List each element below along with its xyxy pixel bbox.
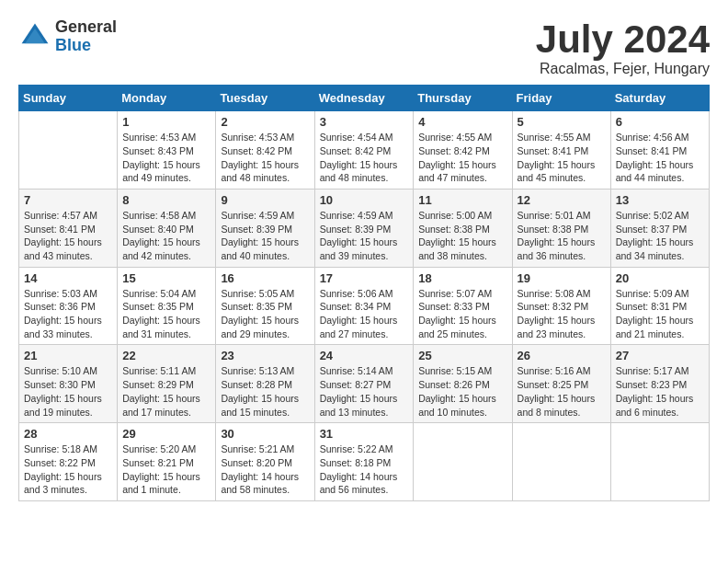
logo: General Blue bbox=[18, 18, 117, 55]
day-number: 31 bbox=[320, 427, 409, 441]
header-day-monday: Monday bbox=[118, 86, 216, 111]
day-info: Sunrise: 5:02 AMSunset: 8:37 PMDaylight:… bbox=[616, 209, 704, 263]
header-day-thursday: Thursday bbox=[414, 86, 512, 111]
logo-icon bbox=[18, 20, 51, 53]
day-info: Sunrise: 5:11 AMSunset: 8:29 PMDaylight:… bbox=[122, 364, 210, 419]
calendar-cell: 24Sunrise: 5:14 AMSunset: 8:27 PMDayligh… bbox=[314, 345, 414, 423]
day-info: Sunrise: 5:16 AMSunset: 8:25 PMDaylight:… bbox=[518, 364, 606, 419]
day-number: 14 bbox=[24, 271, 112, 285]
day-number: 7 bbox=[24, 193, 112, 207]
day-info: Sunrise: 4:57 AMSunset: 8:41 PMDaylight:… bbox=[24, 209, 112, 263]
calendar-cell: 30Sunrise: 5:21 AMSunset: 8:20 PMDayligh… bbox=[216, 423, 314, 501]
day-info: Sunrise: 4:55 AMSunset: 8:42 PMDaylight:… bbox=[418, 131, 506, 185]
day-info: Sunrise: 4:53 AMSunset: 8:42 PMDaylight:… bbox=[221, 131, 309, 185]
calendar-week-3: 14Sunrise: 5:03 AMSunset: 8:36 PMDayligh… bbox=[19, 267, 710, 345]
calendar-cell: 14Sunrise: 5:03 AMSunset: 8:36 PMDayligh… bbox=[19, 267, 118, 345]
day-number: 30 bbox=[221, 427, 309, 441]
day-info: Sunrise: 5:08 AMSunset: 8:32 PMDaylight:… bbox=[518, 287, 606, 341]
calendar-cell: 3Sunrise: 4:54 AMSunset: 8:42 PMDaylight… bbox=[314, 111, 414, 190]
calendar-cell bbox=[19, 111, 118, 190]
calendar-cell: 5Sunrise: 4:55 AMSunset: 8:41 PMDaylight… bbox=[512, 111, 610, 190]
day-number: 11 bbox=[418, 193, 506, 207]
calendar-cell: 4Sunrise: 4:55 AMSunset: 8:42 PMDaylight… bbox=[414, 111, 512, 190]
day-info: Sunrise: 4:56 AMSunset: 8:41 PMDaylight:… bbox=[616, 131, 704, 185]
header-day-friday: Friday bbox=[512, 86, 610, 111]
day-info: Sunrise: 5:15 AMSunset: 8:26 PMDaylight:… bbox=[418, 364, 506, 419]
calendar-cell: 21Sunrise: 5:10 AMSunset: 8:30 PMDayligh… bbox=[19, 345, 118, 423]
calendar-cell: 13Sunrise: 5:02 AMSunset: 8:37 PMDayligh… bbox=[610, 189, 709, 267]
day-number: 27 bbox=[616, 349, 704, 362]
day-number: 19 bbox=[518, 271, 606, 285]
day-info: Sunrise: 4:58 AMSunset: 8:40 PMDaylight:… bbox=[122, 209, 210, 263]
month-title: July 2024 bbox=[536, 18, 710, 61]
day-number: 5 bbox=[518, 115, 606, 129]
day-info: Sunrise: 4:59 AMSunset: 8:39 PMDaylight:… bbox=[221, 209, 309, 263]
location-title: Racalmas, Fejer, Hungary bbox=[536, 61, 710, 77]
logo-general-text: General bbox=[55, 18, 117, 37]
day-number: 4 bbox=[418, 115, 506, 129]
day-number: 16 bbox=[221, 271, 309, 285]
calendar-week-2: 7Sunrise: 4:57 AMSunset: 8:41 PMDaylight… bbox=[19, 189, 710, 267]
day-number: 22 bbox=[122, 349, 210, 362]
day-info: Sunrise: 5:21 AMSunset: 8:20 PMDaylight:… bbox=[221, 442, 309, 497]
day-info: Sunrise: 5:17 AMSunset: 8:23 PMDaylight:… bbox=[616, 364, 704, 419]
calendar-cell bbox=[512, 423, 610, 501]
calendar-cell bbox=[610, 423, 709, 501]
day-number: 15 bbox=[122, 271, 210, 285]
day-info: Sunrise: 5:07 AMSunset: 8:33 PMDaylight:… bbox=[418, 287, 506, 341]
calendar-cell: 15Sunrise: 5:04 AMSunset: 8:35 PMDayligh… bbox=[118, 267, 216, 345]
header: General Blue July 2024 Racalmas, Fejer, … bbox=[18, 18, 710, 77]
day-number: 8 bbox=[122, 193, 210, 207]
calendar-cell: 9Sunrise: 4:59 AMSunset: 8:39 PMDaylight… bbox=[216, 189, 314, 267]
calendar-header-row: SundayMondayTuesdayWednesdayThursdayFrid… bbox=[19, 86, 710, 111]
title-area: July 2024 Racalmas, Fejer, Hungary bbox=[536, 18, 710, 77]
day-info: Sunrise: 5:22 AMSunset: 8:18 PMDaylight:… bbox=[320, 442, 409, 497]
day-info: Sunrise: 5:01 AMSunset: 8:38 PMDaylight:… bbox=[518, 209, 606, 263]
day-info: Sunrise: 4:59 AMSunset: 8:39 PMDaylight:… bbox=[320, 209, 409, 263]
day-number: 12 bbox=[518, 193, 606, 207]
day-number: 20 bbox=[616, 271, 704, 285]
calendar-cell: 10Sunrise: 4:59 AMSunset: 8:39 PMDayligh… bbox=[314, 189, 414, 267]
day-info: Sunrise: 5:20 AMSunset: 8:21 PMDaylight:… bbox=[122, 442, 210, 497]
calendar-cell: 8Sunrise: 4:58 AMSunset: 8:40 PMDaylight… bbox=[118, 189, 216, 267]
day-info: Sunrise: 5:05 AMSunset: 8:35 PMDaylight:… bbox=[221, 287, 309, 341]
day-info: Sunrise: 4:54 AMSunset: 8:42 PMDaylight:… bbox=[320, 131, 409, 185]
header-day-saturday: Saturday bbox=[610, 86, 709, 111]
day-info: Sunrise: 5:14 AMSunset: 8:27 PMDaylight:… bbox=[320, 364, 409, 419]
calendar-cell: 1Sunrise: 4:53 AMSunset: 8:43 PMDaylight… bbox=[118, 111, 216, 190]
day-number: 9 bbox=[221, 193, 309, 207]
calendar-week-1: 1Sunrise: 4:53 AMSunset: 8:43 PMDaylight… bbox=[19, 111, 710, 190]
day-info: Sunrise: 5:04 AMSunset: 8:35 PMDaylight:… bbox=[122, 287, 210, 341]
calendar-cell: 27Sunrise: 5:17 AMSunset: 8:23 PMDayligh… bbox=[610, 345, 709, 423]
calendar-cell: 16Sunrise: 5:05 AMSunset: 8:35 PMDayligh… bbox=[216, 267, 314, 345]
header-day-sunday: Sunday bbox=[19, 86, 118, 111]
calendar: SundayMondayTuesdayWednesdayThursdayFrid… bbox=[18, 85, 710, 501]
day-number: 10 bbox=[320, 193, 409, 207]
calendar-cell bbox=[414, 423, 512, 501]
calendar-cell: 2Sunrise: 4:53 AMSunset: 8:42 PMDaylight… bbox=[216, 111, 314, 190]
calendar-week-4: 21Sunrise: 5:10 AMSunset: 8:30 PMDayligh… bbox=[19, 345, 710, 423]
day-info: Sunrise: 5:00 AMSunset: 8:38 PMDaylight:… bbox=[418, 209, 506, 263]
day-number: 26 bbox=[518, 349, 606, 362]
calendar-cell: 22Sunrise: 5:11 AMSunset: 8:29 PMDayligh… bbox=[118, 345, 216, 423]
logo-blue-text: Blue bbox=[55, 37, 117, 55]
calendar-cell: 23Sunrise: 5:13 AMSunset: 8:28 PMDayligh… bbox=[216, 345, 314, 423]
day-number: 3 bbox=[320, 115, 409, 129]
header-day-wednesday: Wednesday bbox=[314, 86, 414, 111]
calendar-cell: 6Sunrise: 4:56 AMSunset: 8:41 PMDaylight… bbox=[610, 111, 709, 190]
day-number: 6 bbox=[616, 115, 704, 129]
calendar-cell: 17Sunrise: 5:06 AMSunset: 8:34 PMDayligh… bbox=[314, 267, 414, 345]
calendar-cell: 12Sunrise: 5:01 AMSunset: 8:38 PMDayligh… bbox=[512, 189, 610, 267]
day-number: 18 bbox=[418, 271, 506, 285]
day-number: 2 bbox=[221, 115, 309, 129]
calendar-cell: 20Sunrise: 5:09 AMSunset: 8:31 PMDayligh… bbox=[610, 267, 709, 345]
logo-text: General Blue bbox=[55, 18, 117, 55]
day-number: 29 bbox=[122, 427, 210, 441]
header-day-tuesday: Tuesday bbox=[216, 86, 314, 111]
day-number: 23 bbox=[221, 349, 309, 362]
calendar-cell: 25Sunrise: 5:15 AMSunset: 8:26 PMDayligh… bbox=[414, 345, 512, 423]
calendar-cell: 7Sunrise: 4:57 AMSunset: 8:41 PMDaylight… bbox=[19, 189, 118, 267]
day-info: Sunrise: 5:10 AMSunset: 8:30 PMDaylight:… bbox=[24, 364, 112, 419]
day-number: 21 bbox=[24, 349, 112, 362]
day-info: Sunrise: 4:53 AMSunset: 8:43 PMDaylight:… bbox=[122, 131, 210, 185]
